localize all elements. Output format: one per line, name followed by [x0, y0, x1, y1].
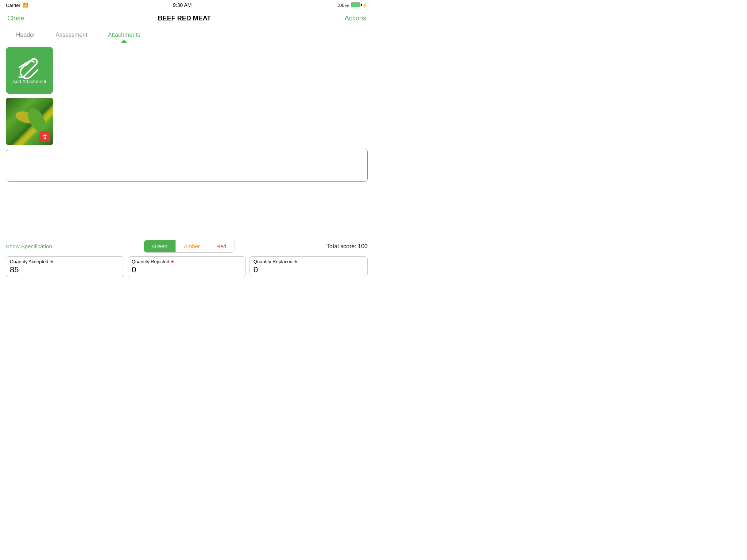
attachment-thumbnail [6, 98, 53, 145]
close-button[interactable]: Close [7, 15, 24, 22]
required-star-rejected: ★ [170, 259, 175, 264]
quantity-rejected-label: Quantity Rejected ★ [132, 259, 242, 264]
add-attachment-label: Add Attachment [13, 79, 46, 84]
green-score-button[interactable]: Green [144, 240, 176, 252]
quantity-row: Quantity Accepted ★ 85 Quantity Rejected… [6, 256, 368, 277]
delete-attachment-button[interactable] [39, 131, 50, 142]
tab-attachments[interactable]: Attachments [99, 28, 149, 42]
score-row: Show Specification Green Amber Red Total… [6, 240, 368, 253]
show-specification-link[interactable]: Show Specification [6, 243, 52, 249]
charging-icon: ⚡ [362, 3, 368, 8]
bottom-panel: Show Specification Green Amber Red Total… [0, 236, 374, 280]
actions-button[interactable]: Actions [345, 15, 366, 22]
trash-icon [42, 134, 48, 140]
tab-bar: Header Assessment Attachments [0, 26, 374, 42]
quantity-accepted-value[interactable]: 85 [10, 265, 120, 275]
add-attachment-button[interactable]: Add Attachment [6, 47, 53, 94]
carrier-label: Carrier [6, 3, 20, 8]
status-bar: Carrier 📶 9:30 AM 100% ⚡ [0, 0, 374, 10]
quantity-accepted-label: Quantity Accepted ★ [10, 259, 120, 264]
score-buttons: Green Amber Red [144, 240, 235, 253]
red-score-button[interactable]: Red [208, 240, 235, 252]
wifi-icon: 📶 [23, 3, 28, 8]
quantity-replaced-value[interactable]: 0 [253, 265, 364, 275]
quantity-accepted-field: Quantity Accepted ★ 85 [6, 256, 124, 277]
main-content: Add Attachment [0, 42, 374, 222]
battery-percent: 100% [337, 3, 349, 8]
notes-textarea[interactable] [6, 149, 368, 182]
battery-icon [350, 3, 360, 8]
amber-score-button[interactable]: Amber [176, 240, 208, 252]
total-score-label: Total score: 100 [326, 243, 368, 250]
status-right: 100% ⚡ [337, 3, 368, 8]
tab-assessment[interactable]: Assessment [47, 28, 96, 42]
quantity-replaced-field: Quantity Replaced ★ 0 [249, 256, 368, 277]
required-star-accepted: ★ [50, 259, 54, 264]
status-time: 9:30 AM [173, 2, 191, 8]
quantity-replaced-label: Quantity Replaced ★ [253, 259, 364, 264]
nav-bar: Close BEEF RED MEAT Actions [0, 10, 374, 26]
required-star-replaced: ★ [294, 259, 298, 264]
quantity-rejected-field: Quantity Rejected ★ 0 [128, 256, 246, 277]
status-left: Carrier 📶 [6, 3, 28, 8]
paperclip-icon [19, 57, 40, 79]
quantity-rejected-value[interactable]: 0 [132, 265, 242, 275]
tab-header[interactable]: Header [7, 28, 44, 42]
page-title: BEEF RED MEAT [158, 15, 211, 22]
